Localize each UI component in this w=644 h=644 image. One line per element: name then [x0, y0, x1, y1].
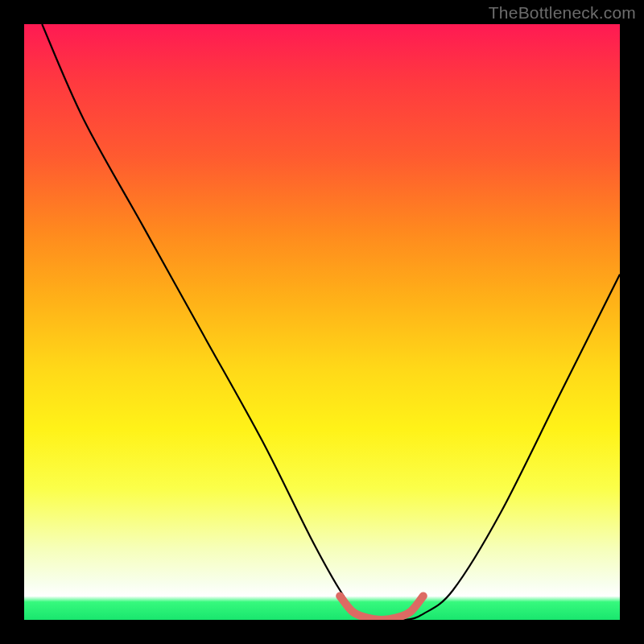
bottleneck-curve: [42, 24, 620, 620]
minimum-highlight: [340, 596, 423, 620]
chart-frame: TheBottleneck.com: [0, 0, 644, 644]
watermark-text: TheBottleneck.com: [489, 3, 636, 23]
plot-area: [24, 24, 620, 620]
curve-layer: [24, 24, 620, 620]
